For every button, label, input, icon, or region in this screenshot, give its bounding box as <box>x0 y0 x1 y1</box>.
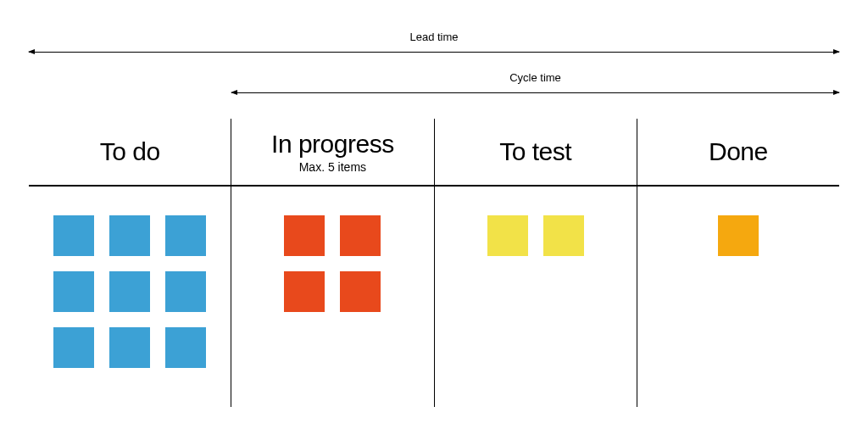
kanban-card <box>165 327 206 368</box>
kanban-card <box>109 327 150 368</box>
kanban-card <box>109 215 150 256</box>
column-title: To do <box>29 137 231 166</box>
column-title: To test <box>435 137 637 166</box>
kanban-board: To doIn progressMax. 5 itemsTo testDone <box>29 119 839 407</box>
kanban-card <box>109 271 150 312</box>
kanban-card <box>53 215 94 256</box>
lead-time-label: Lead time <box>29 31 839 48</box>
card-grid <box>284 215 381 390</box>
kanban-card <box>53 327 94 368</box>
column-body <box>637 187 839 407</box>
kanban-card <box>543 215 584 256</box>
lead-time-bracket: Lead time <box>29 31 839 53</box>
card-grid <box>53 215 206 390</box>
column-body <box>231 187 433 407</box>
kanban-card <box>165 271 206 312</box>
cycle-time-arrow-icon <box>231 92 839 93</box>
column-body <box>29 187 231 407</box>
kanban-card <box>284 215 325 256</box>
column-title: In progress <box>231 130 433 159</box>
column-title: Done <box>637 137 839 166</box>
kanban-card <box>53 271 94 312</box>
column-to-do: To do <box>29 119 231 407</box>
column-done: Done <box>637 119 839 407</box>
kanban-card <box>340 271 381 312</box>
cycle-time-bracket: Cycle time <box>29 71 839 93</box>
column-header: In progressMax. 5 items <box>231 119 433 185</box>
kanban-card <box>165 215 206 256</box>
column-body <box>435 187 637 407</box>
kanban-card <box>487 215 528 256</box>
card-grid <box>718 215 759 390</box>
lead-time-arrow-icon <box>29 52 839 53</box>
cycle-time-label: Cycle time <box>29 71 839 89</box>
column-subtitle: Max. 5 items <box>231 160 433 174</box>
column-header: To do <box>29 119 231 185</box>
kanban-card <box>340 215 381 256</box>
kanban-card <box>284 271 325 312</box>
kanban-card <box>718 215 759 256</box>
card-grid <box>487 215 584 390</box>
column-in-progress: In progressMax. 5 items <box>231 119 433 407</box>
column-header: To test <box>435 119 637 185</box>
kanban-diagram: Lead time Cycle time To doIn progressMax… <box>29 31 839 412</box>
column-to-test: To test <box>434 119 637 407</box>
column-header: Done <box>637 119 839 185</box>
